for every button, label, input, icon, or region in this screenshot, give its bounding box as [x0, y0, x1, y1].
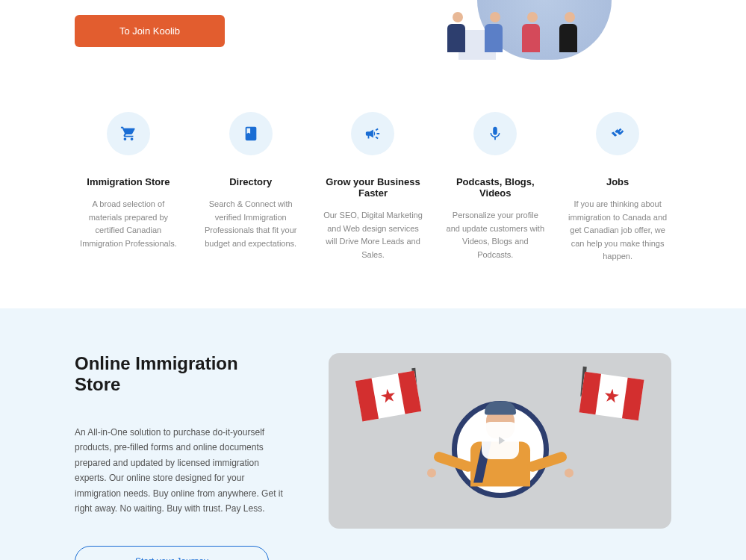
- store-section: Online Immigration Store An All-in-One s…: [0, 308, 746, 560]
- cart-icon: [107, 112, 150, 155]
- feature-desc: Our SEO, Digital Marketing and Web desig…: [320, 209, 427, 261]
- store-description: An All-in-One solution to purchase do-it…: [75, 425, 284, 516]
- feature-directory: Directory Search & Connect with verified…: [197, 112, 305, 264]
- feature-jobs: Jobs If you are thinking about immigrati…: [564, 112, 671, 264]
- store-video-column: [329, 353, 671, 529]
- features-row: Immigration Store A broad selection of m…: [0, 90, 746, 308]
- feature-desc: Personalize your profile and update cust…: [441, 209, 549, 261]
- feature-desc: A broad selection of materials prepared …: [75, 198, 182, 250]
- feature-title: Directory: [197, 176, 305, 187]
- feature-immigration-store: Immigration Store A broad selection of m…: [75, 112, 182, 264]
- feature-desc: If you are thinking about immigration to…: [564, 198, 671, 264]
- hero-illustration: [417, 0, 671, 60]
- hero-section: To Join Koolib: [0, 0, 746, 90]
- feature-title: Immigration Store: [75, 176, 182, 187]
- play-icon[interactable]: [482, 422, 519, 459]
- video-thumbnail[interactable]: [329, 353, 671, 529]
- store-text-column: Online Immigration Store An All-in-One s…: [75, 353, 284, 560]
- join-button[interactable]: To Join Koolib: [75, 15, 225, 47]
- book-icon: [229, 112, 273, 155]
- feature-podcasts: Podcasts, Blogs, Videos Personalize your…: [441, 112, 549, 264]
- feature-title: Jobs: [564, 176, 671, 187]
- hero-left: To Join Koolib: [75, 0, 225, 47]
- feature-title: Podcasts, Blogs, Videos: [441, 176, 549, 199]
- mic-icon: [473, 112, 517, 155]
- feature-desc: Search & Connect with verified Immigrati…: [197, 198, 305, 250]
- feature-title: Grow your Business Faster: [320, 176, 427, 199]
- store-title: Online Immigration Store: [75, 353, 284, 395]
- handshake-icon: [596, 112, 639, 155]
- feature-grow-business: Grow your Business Faster Our SEO, Digit…: [320, 112, 427, 264]
- megaphone-icon: [351, 112, 394, 155]
- start-journey-button[interactable]: Start your Journey: [75, 546, 269, 560]
